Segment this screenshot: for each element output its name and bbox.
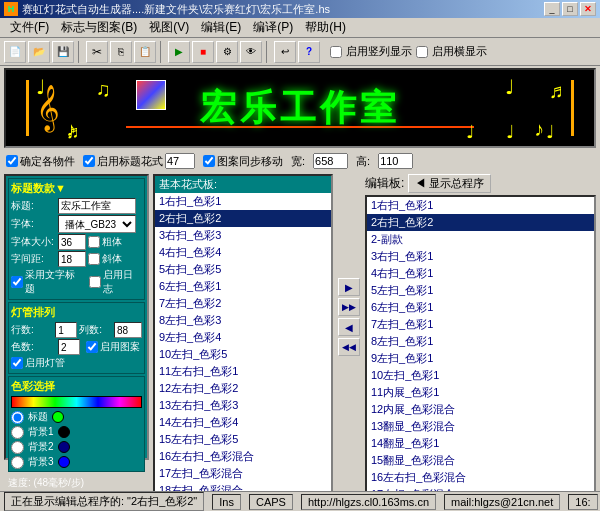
middle-list-item[interactable]: 1右扫_色彩1 (155, 193, 331, 210)
middle-list-item[interactable]: 12左右扫_色彩2 (155, 380, 331, 397)
middle-list-item[interactable]: 11左右扫_色彩1 (155, 363, 331, 380)
rows-input[interactable] (55, 322, 77, 338)
middle-list-item[interactable]: 8左扫_色彩3 (155, 312, 331, 329)
right-list-item[interactable]: 15翻显_色彩混合 (367, 452, 594, 469)
middle-list-item[interactable]: 15左右扫_色彩5 (155, 431, 331, 448)
sync-move-checkbox[interactable] (203, 155, 215, 167)
log-checkbox[interactable] (89, 276, 101, 288)
right-list-item[interactable]: 16左右扫_色彩混合 (367, 469, 594, 486)
right-list-item[interactable]: 3右扫_色彩1 (367, 248, 594, 265)
middle-list-item[interactable]: 13左右扫_色彩3 (155, 397, 331, 414)
vertical-display-checkbox[interactable] (330, 46, 342, 58)
add-all-button[interactable]: ▶▶ (338, 298, 360, 316)
right-list-item[interactable]: 8左扫_色彩1 (367, 333, 594, 350)
right-list-item[interactable]: 11内展_色彩1 (367, 384, 594, 401)
fontsize-input[interactable] (58, 234, 86, 250)
minimize-button[interactable]: _ (544, 2, 560, 16)
color-bg3-dot[interactable] (58, 456, 70, 468)
color-title-dot[interactable] (52, 411, 64, 423)
middle-list-item[interactable]: 7左扫_色彩2 (155, 295, 331, 312)
horizontal-display-checkbox[interactable] (416, 46, 428, 58)
color-bg1-radio[interactable] (11, 426, 24, 439)
title-style-value[interactable] (165, 153, 195, 169)
middle-list-item[interactable]: 14左右扫_色彩4 (155, 414, 331, 431)
right-list-item[interactable]: 13翻显_色彩混合 (367, 418, 594, 435)
colors-input[interactable] (58, 339, 80, 355)
color-bg2-dot[interactable] (58, 441, 70, 453)
menu-edit[interactable]: 编辑(E) (195, 17, 247, 38)
color-bg2-radio[interactable] (11, 441, 24, 454)
right-list-item[interactable]: 2右扫_色彩2 (367, 214, 594, 231)
right-list-item[interactable]: 14翻显_色彩1 (367, 435, 594, 452)
middle-list-item[interactable]: 9左扫_色彩4 (155, 329, 331, 346)
color-bar[interactable] (11, 396, 142, 408)
run-button[interactable]: ▶ (168, 41, 190, 63)
maximize-button[interactable]: □ (562, 2, 578, 16)
right-list-item[interactable]: 1右扫_色彩1 (367, 197, 594, 214)
basic-style-list-body[interactable]: 1右扫_色彩12右扫_色彩23右扫_色彩34右扫_色彩45右扫_色彩56左扫_色… (155, 193, 331, 511)
italic-label: 斜体 (102, 252, 122, 266)
middle-list-item[interactable]: 3右扫_色彩3 (155, 227, 331, 244)
menu-view[interactable]: 视图(V) (143, 17, 195, 38)
italic-checkbox[interactable] (88, 253, 100, 265)
width-input[interactable] (313, 153, 348, 169)
add-single-button[interactable]: ▶ (338, 278, 360, 296)
right-list-item[interactable]: 6左扫_色彩1 (367, 299, 594, 316)
menu-compile[interactable]: 编译(P) (247, 17, 299, 38)
color-bg1-label: 背景1 (28, 425, 54, 439)
title-style-checkbox[interactable] (83, 155, 95, 167)
right-list-item[interactable]: 2-副款 (367, 231, 594, 248)
remove-all-button[interactable]: ◀◀ (338, 338, 360, 356)
spacing-input[interactable] (58, 251, 86, 267)
color-bg3-radio[interactable] (11, 456, 24, 469)
middle-list-item[interactable]: 16左右扫_色彩混合 (155, 448, 331, 465)
undo-button[interactable]: ↩ (274, 41, 296, 63)
help-button[interactable]: ? (298, 41, 320, 63)
fontsize-field-row: 字体大小: 粗体 (11, 234, 142, 250)
right-list-item[interactable]: 9左扫_色彩1 (367, 350, 594, 367)
menu-symbol[interactable]: 标志与图案(B) (55, 17, 143, 38)
menu-help[interactable]: 帮助(H) (299, 17, 352, 38)
color-title-radio[interactable] (11, 411, 24, 424)
colors-label: 色数: (11, 340, 56, 354)
confirm-objects-label: 确定各物件 (20, 154, 75, 169)
middle-list-item[interactable]: 6左扫_色彩1 (155, 278, 331, 295)
preview-button[interactable]: 👁 (240, 41, 262, 63)
right-list-item[interactable]: 7左扫_色彩1 (367, 316, 594, 333)
open-button[interactable]: 📂 (28, 41, 50, 63)
height-input[interactable] (378, 153, 413, 169)
light-section-header: 灯管排列 (11, 305, 142, 320)
tube-checkbox[interactable] (11, 357, 23, 369)
copy-button[interactable]: ⎘ (110, 41, 132, 63)
menu-file[interactable]: 文件(F) (4, 17, 55, 38)
close-button[interactable]: ✕ (580, 2, 596, 16)
title-field-input[interactable] (58, 198, 136, 214)
status-bar: 正在显示编辑总程序的: "2右扫_色彩2" Ins CAPS http://hl… (0, 491, 600, 511)
font-select[interactable]: 播体_GB2312 宋体 黑体 (58, 215, 136, 233)
color-bg1-dot[interactable] (58, 426, 70, 438)
remove-single-button[interactable]: ◀ (338, 318, 360, 336)
save-button[interactable]: 💾 (52, 41, 74, 63)
pattern-checkbox[interactable] (86, 341, 98, 353)
right-list-item[interactable]: 4右扫_色彩1 (367, 265, 594, 282)
new-button[interactable]: 📄 (4, 41, 26, 63)
edit-list-body[interactable]: 1右扫_色彩12右扫_色彩22-副款3右扫_色彩14右扫_色彩15左扫_色彩16… (367, 197, 594, 511)
middle-list-item[interactable]: 4右扫_色彩4 (155, 244, 331, 261)
paste-button[interactable]: 📋 (134, 41, 156, 63)
cut-button[interactable]: ✂ (86, 41, 108, 63)
middle-list-item[interactable]: 2右扫_色彩2 (155, 210, 331, 227)
use-text-checkbox[interactable] (11, 276, 23, 288)
right-list-item[interactable]: 10左扫_色彩1 (367, 367, 594, 384)
middle-list-item[interactable]: 5右扫_色彩5 (155, 261, 331, 278)
middle-list-item[interactable]: 10左扫_色彩5 (155, 346, 331, 363)
compile-button[interactable]: ⚙ (216, 41, 238, 63)
cols-input[interactable] (114, 322, 142, 338)
stop-button[interactable]: ■ (192, 41, 214, 63)
speed-label: 速度: (48毫秒/步) (8, 476, 145, 490)
right-list-item[interactable]: 12内展_色彩混合 (367, 401, 594, 418)
right-list-item[interactable]: 5左扫_色彩1 (367, 282, 594, 299)
bold-checkbox[interactable] (88, 236, 100, 248)
middle-list-item[interactable]: 17左扫_色彩混合 (155, 465, 331, 482)
show-all-button[interactable]: ◀ 显示总程序 (408, 174, 491, 193)
confirm-objects-checkbox[interactable] (6, 155, 18, 167)
